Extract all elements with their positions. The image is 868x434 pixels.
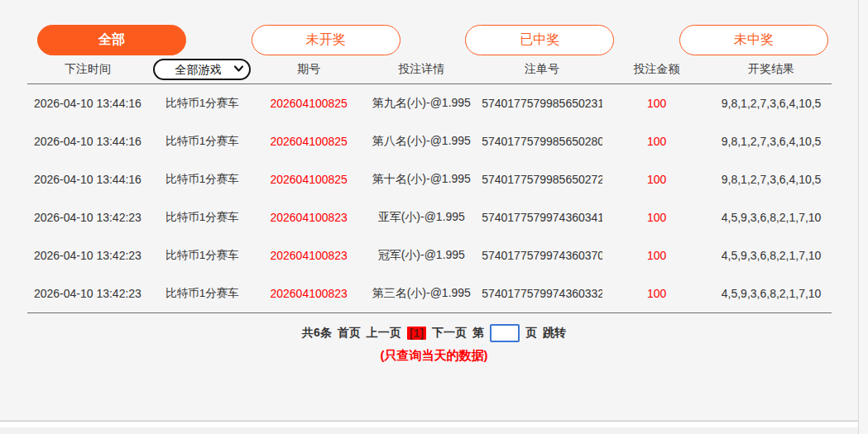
- bet-amount: 100: [602, 135, 711, 148]
- order-number: 5740177579985650272: [482, 173, 602, 186]
- bet-records-table: 下注时间 全部游戏 期号 投注详情 注单号 投注金额 开奖结果 2026-04-…: [27, 55, 832, 313]
- bet-details: 第三名(小)-@1.995: [361, 286, 482, 301]
- filter-tabs: 全部 未开奖 已中奖 未中奖: [0, 0, 868, 55]
- jump-button[interactable]: 跳转: [543, 326, 566, 341]
- order-number: 5740177579985650231: [482, 97, 602, 110]
- table-body: 2026-04-10 13:44:16 比特币1分赛车 202604100825…: [27, 84, 832, 313]
- period-number: 202604100825: [257, 135, 361, 148]
- period-number: 202604100823: [257, 287, 361, 300]
- period-number: 202604100825: [257, 97, 361, 110]
- order-number: 5740177579974360341: [482, 211, 602, 224]
- bet-amount: 100: [602, 97, 711, 110]
- game-name: 比特币1分赛车: [148, 286, 257, 301]
- game-name: 比特币1分赛车: [148, 210, 257, 225]
- bet-time: 2026-04-10 13:44:16: [27, 135, 148, 148]
- game-name: 比特币1分赛车: [148, 248, 257, 263]
- scrollbar-divider: [0, 421, 868, 422]
- header-bet-amount: 投注金额: [602, 62, 711, 77]
- prev-page-link[interactable]: 上一页: [367, 326, 401, 341]
- horizontal-scrollbar[interactable]: [0, 420, 868, 434]
- game-name: 比特币1分赛车: [148, 134, 257, 149]
- bet-records-page: 全部 未开奖 已中奖 未中奖 下注时间 全部游戏 期号 投注详情 注单号 投注金…: [0, 0, 868, 434]
- draw-result: 4,5,9,3,6,8,2,1,7,10: [711, 211, 832, 224]
- order-number: 5740177579985650280: [482, 135, 602, 148]
- bet-details: 亚军(小)-@1.995: [361, 210, 482, 225]
- order-number: 5740177579974360332: [482, 287, 602, 300]
- bet-time: 2026-04-10 13:42:23: [27, 287, 148, 300]
- table-row: 2026-04-10 13:44:16 比特币1分赛车 202604100825…: [27, 160, 832, 198]
- header-bet-time: 下注时间: [27, 62, 148, 77]
- bet-time: 2026-04-10 13:42:23: [27, 211, 148, 224]
- game-name: 比特币1分赛车: [148, 96, 257, 111]
- period-number: 202604100823: [257, 211, 361, 224]
- draw-result: 9,8,1,2,7,3,6,4,10,5: [711, 135, 832, 148]
- table-row: 2026-04-10 13:42:23 比特币1分赛车 202604100823…: [27, 198, 832, 236]
- header-bet-details: 投注详情: [361, 62, 482, 77]
- next-page-link[interactable]: 下一页: [432, 326, 467, 341]
- tab-won[interactable]: 已中奖: [465, 25, 614, 55]
- table-row: 2026-04-10 13:42:23 比特币1分赛车 202604100823…: [27, 236, 832, 274]
- period-number: 202604100823: [257, 249, 361, 262]
- order-number: 5740177579974360370: [482, 249, 602, 262]
- bet-details: 冠军(小)-@1.995: [361, 248, 482, 263]
- draw-result: 9,8,1,2,7,3,6,4,10,5: [711, 173, 832, 186]
- bet-time: 2026-04-10 13:44:16: [27, 173, 148, 186]
- period-number: 202604100825: [257, 173, 361, 186]
- header-draw-result: 开奖结果: [711, 62, 832, 77]
- bet-amount: 100: [602, 211, 711, 224]
- pagination: 共6条 首页 上一页 [1] 下一页 第 页 跳转: [0, 324, 868, 342]
- game-filter-wrap: 全部游戏: [153, 59, 251, 80]
- bet-details: 第九名(小)-@1.995: [361, 96, 482, 111]
- draw-result: 4,5,9,3,6,8,2,1,7,10: [711, 249, 832, 262]
- header-order-no: 注单号: [482, 62, 602, 77]
- draw-result: 9,8,1,2,7,3,6,4,10,5: [711, 97, 832, 110]
- table-header-row: 下注时间 全部游戏 期号 投注详情 注单号 投注金额 开奖结果: [27, 55, 832, 84]
- tab-not-won[interactable]: 未中奖: [679, 25, 828, 55]
- vertical-scrollbar[interactable]: [858, 0, 868, 434]
- header-period: 期号: [257, 62, 361, 77]
- bet-details: 第八名(小)-@1.995: [361, 134, 482, 149]
- page-number-input[interactable]: [490, 324, 520, 342]
- today-only-note: (只查询当天的数据): [0, 348, 868, 364]
- table-row: 2026-04-10 13:42:23 比特币1分赛车 202604100823…: [27, 274, 832, 312]
- bet-amount: 100: [602, 287, 711, 300]
- draw-result: 4,5,9,3,6,8,2,1,7,10: [711, 287, 832, 300]
- game-name: 比特币1分赛车: [148, 172, 257, 187]
- bet-time: 2026-04-10 13:42:23: [27, 249, 148, 262]
- current-page-badge: [1]: [407, 327, 426, 340]
- total-count: 共6条: [302, 326, 332, 341]
- bet-amount: 100: [602, 173, 711, 186]
- header-game-filter: 全部游戏: [148, 59, 257, 80]
- page-label-after: 页: [525, 326, 537, 341]
- table-row: 2026-04-10 13:44:16 比特币1分赛车 202604100825…: [27, 122, 832, 160]
- game-filter-select[interactable]: 全部游戏: [153, 59, 251, 80]
- bet-details: 第十名(小)-@1.995: [361, 172, 482, 187]
- tab-all[interactable]: 全部: [37, 25, 186, 55]
- first-page-link[interactable]: 首页: [338, 326, 361, 341]
- bet-time: 2026-04-10 13:44:16: [27, 97, 148, 110]
- page-label-before: 第: [472, 326, 484, 341]
- table-row: 2026-04-10 13:44:16 比特币1分赛车 202604100825…: [27, 84, 832, 122]
- tab-not-drawn[interactable]: 未开奖: [252, 25, 400, 55]
- bet-amount: 100: [602, 249, 711, 262]
